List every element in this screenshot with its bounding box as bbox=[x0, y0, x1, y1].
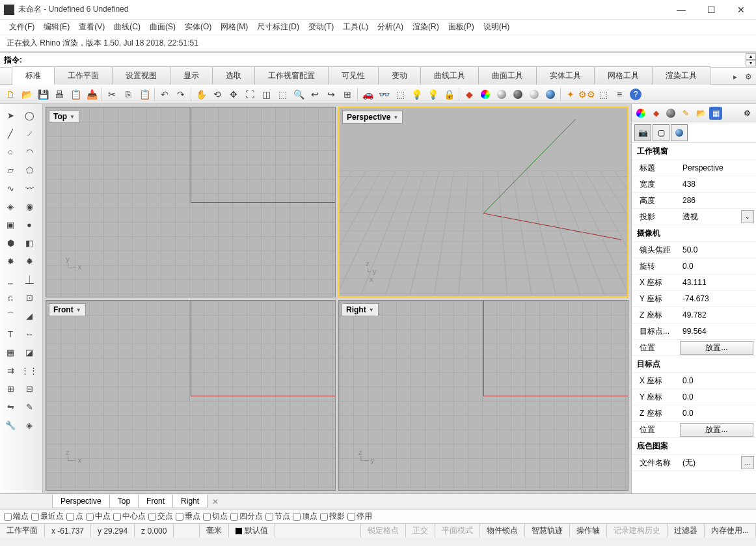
toolbar-tab[interactable]: 曲线工具 bbox=[420, 66, 479, 85]
osnap-option[interactable]: 最近点 bbox=[31, 511, 64, 522]
status-toggle[interactable]: 过滤器 bbox=[668, 524, 705, 538]
zoom-selected-icon[interactable]: ⬚ bbox=[275, 87, 290, 102]
property-value[interactable]: 透视 bbox=[680, 212, 741, 223]
array-icon[interactable]: ⋮⋮ bbox=[20, 362, 38, 379]
osnap-option[interactable]: 投影 bbox=[320, 511, 345, 522]
zoom-extents-icon[interactable]: ⛶ bbox=[242, 87, 258, 102]
status-toggle[interactable]: 智慧轨迹 bbox=[525, 524, 570, 538]
polyline-icon[interactable]: ⟋ bbox=[20, 125, 38, 143]
menu-item[interactable]: 变动(T) bbox=[304, 20, 338, 34]
osnap-option[interactable]: 停用 bbox=[347, 511, 372, 522]
toolbar-tab[interactable]: 网格工具 bbox=[594, 66, 653, 85]
text-icon[interactable]: T bbox=[1, 325, 20, 343]
menu-item[interactable]: 网格(M) bbox=[217, 20, 252, 34]
layers-icon[interactable]: ≡ bbox=[612, 87, 627, 102]
group-icon[interactable]: ⊡ bbox=[20, 289, 38, 307]
copy-icon[interactable]: ⎘ bbox=[120, 87, 136, 102]
menu-item[interactable]: 尺寸标注(D) bbox=[253, 20, 303, 34]
zoom-icon[interactable]: 🔍 bbox=[291, 87, 306, 102]
arc-icon[interactable]: ◠ bbox=[20, 143, 38, 161]
open-file-icon[interactable]: 📂 bbox=[19, 87, 34, 102]
menu-item[interactable]: 渲染(R) bbox=[409, 20, 443, 34]
mesh-icon[interactable]: ⬢ bbox=[1, 234, 20, 252]
property-value[interactable]: 50.0 bbox=[680, 245, 756, 254]
osnap-option[interactable]: 节点 bbox=[265, 511, 290, 522]
osnap-checkbox[interactable] bbox=[4, 513, 12, 521]
osnap-checkbox[interactable] bbox=[203, 513, 211, 521]
undo-view-icon[interactable]: ↩ bbox=[307, 87, 323, 102]
sphere-grey-icon[interactable] bbox=[494, 87, 509, 102]
viewport-right[interactable]: Right▼ z└─ y bbox=[338, 300, 628, 491]
light-2-icon[interactable]: 💡 bbox=[425, 87, 440, 102]
property-value[interactable]: -74.673 bbox=[680, 294, 756, 303]
viewport-tab[interactable]: Top bbox=[109, 495, 139, 508]
osnap-checkbox[interactable] bbox=[86, 513, 94, 521]
osnap-checkbox[interactable] bbox=[230, 513, 238, 521]
osnap-checkbox[interactable] bbox=[320, 513, 328, 521]
viewport-perspective-label[interactable]: Perspective▼ bbox=[342, 111, 403, 124]
toolbar-tab[interactable]: 曲面工具 bbox=[478, 66, 537, 85]
property-value[interactable]: (无) bbox=[680, 457, 741, 469]
explode-icon[interactable]: ✸ bbox=[1, 253, 20, 270]
osnap-option[interactable]: 顶点 bbox=[293, 511, 317, 522]
status-toggle[interactable]: 正交 bbox=[406, 524, 435, 538]
status-cplane[interactable]: 工作平面 bbox=[0, 524, 45, 538]
paste-icon[interactable]: 📋 bbox=[137, 87, 152, 102]
osnap-checkbox[interactable] bbox=[347, 513, 355, 521]
tab-gear-icon[interactable]: ⚙ bbox=[741, 70, 756, 84]
menu-item[interactable]: 实体(O) bbox=[181, 20, 215, 34]
import-icon[interactable]: 📥 bbox=[84, 87, 100, 102]
osnap-option[interactable]: 垂点 bbox=[176, 511, 200, 522]
property-value[interactable]: 0.0 bbox=[680, 376, 756, 385]
properties-tab-icon[interactable] bbox=[634, 107, 647, 120]
place-button[interactable]: 放置... bbox=[680, 423, 753, 437]
dropdown-button[interactable]: ⌄ bbox=[741, 210, 754, 223]
toolbar-tab[interactable]: 标准 bbox=[12, 66, 55, 85]
car-icon[interactable]: 🚗 bbox=[360, 87, 375, 102]
menu-item[interactable]: 查看(V) bbox=[75, 20, 109, 34]
split-icon[interactable]: ⏊ bbox=[20, 271, 38, 288]
maximize-button[interactable]: ☐ bbox=[696, 0, 726, 20]
select-all-icon[interactable]: ⬚ bbox=[392, 87, 408, 102]
toolbar-tab[interactable]: 渲染工具 bbox=[652, 66, 710, 85]
block-icon[interactable]: ◪ bbox=[20, 344, 38, 361]
env-tab-icon[interactable] bbox=[664, 107, 677, 120]
status-toggle[interactable]: 物件锁点 bbox=[480, 524, 525, 538]
command-history-spinner[interactable]: ▲▼ bbox=[746, 53, 756, 66]
viewport-perspective[interactable]: Perspective▼ z└ y x bbox=[338, 107, 628, 297]
menu-item[interactable]: 工具(L) bbox=[339, 20, 372, 34]
viewport-tab[interactable]: Perspective bbox=[52, 495, 110, 508]
options-icon[interactable]: ✦ bbox=[563, 87, 578, 102]
viewport-top-label[interactable]: Top▼ bbox=[49, 110, 79, 123]
property-value[interactable]: 0.0 bbox=[680, 392, 756, 402]
browse-button[interactable]: … bbox=[741, 456, 754, 469]
toolbar-tab[interactable]: 实体工具 bbox=[536, 66, 595, 85]
panel-gear-icon[interactable]: ⚙ bbox=[740, 107, 753, 120]
tab-overflow-icon[interactable]: ▸ bbox=[729, 70, 741, 84]
grid2-icon[interactable]: ⊟ bbox=[20, 380, 38, 398]
lasso-icon[interactable]: ◯ bbox=[20, 107, 38, 124]
object-subtab-icon[interactable] bbox=[671, 124, 688, 141]
osnap-option[interactable]: 切点 bbox=[203, 511, 228, 522]
osnap-option[interactable]: 四分点 bbox=[230, 511, 263, 522]
edit-icon[interactable]: ✎ bbox=[20, 398, 38, 416]
cut-icon[interactable]: ✂ bbox=[104, 87, 120, 102]
move-icon[interactable]: ✥ bbox=[226, 87, 241, 102]
redo-view-icon[interactable]: ↪ bbox=[323, 87, 339, 102]
property-value[interactable]: 438 bbox=[680, 180, 756, 189]
undo-icon[interactable]: ↶ bbox=[157, 87, 172, 102]
surface-icon[interactable]: ◈ bbox=[1, 198, 20, 215]
status-toggle[interactable]: 平面模式 bbox=[435, 524, 480, 538]
mirror-icon[interactable]: ⇋ bbox=[1, 398, 20, 416]
light-1-icon[interactable]: 💡 bbox=[409, 87, 424, 102]
status-toggle[interactable]: 锁定格点 bbox=[361, 524, 406, 538]
box-icon[interactable]: ▣ bbox=[1, 216, 20, 234]
wrench-icon[interactable]: 🔧 bbox=[1, 416, 20, 434]
status-toggle[interactable]: 内存使用... bbox=[705, 524, 756, 538]
chevron-down-icon[interactable]: ▼ bbox=[76, 307, 81, 313]
viewport-tab[interactable]: Right bbox=[172, 495, 208, 508]
property-value[interactable]: 0.0 bbox=[680, 262, 756, 271]
status-toggle[interactable]: 操作轴 bbox=[570, 524, 607, 538]
glasses-icon[interactable]: 👓 bbox=[376, 87, 392, 102]
properties-icon[interactable]: ⬚ bbox=[595, 87, 611, 102]
